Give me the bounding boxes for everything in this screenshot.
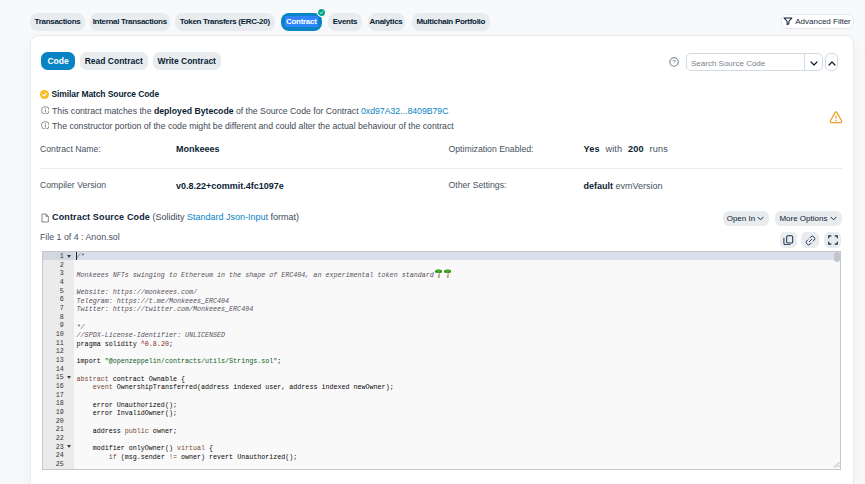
svg-text:?: ? [672,58,676,65]
